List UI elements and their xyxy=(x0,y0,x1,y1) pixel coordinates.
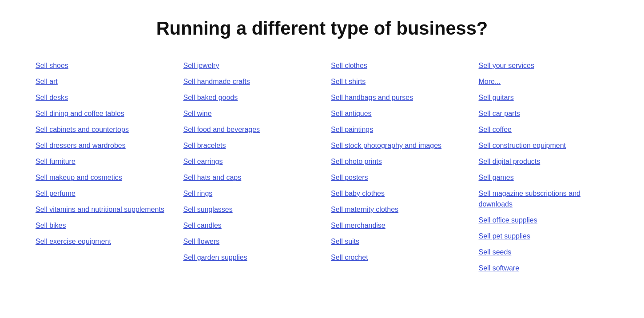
link-col1-11[interactable]: Sell exercise equipment xyxy=(36,236,166,247)
link-col1-4[interactable]: Sell cabinets and countertops xyxy=(36,124,166,135)
link-col3-7[interactable]: Sell posters xyxy=(331,172,461,183)
link-col1-6[interactable]: Sell furniture xyxy=(36,156,166,167)
link-col1-0[interactable]: Sell shoes xyxy=(36,60,166,71)
link-col2-0[interactable]: Sell jewelry xyxy=(183,60,314,71)
link-col1-3[interactable]: Sell dining and coffee tables xyxy=(36,108,166,119)
link-col4-5[interactable]: Sell construction equipment xyxy=(479,140,609,151)
link-col3-12[interactable]: Sell crochet xyxy=(331,252,461,263)
link-col3-11[interactable]: Sell suits xyxy=(331,236,461,247)
link-col4-2[interactable]: Sell guitars xyxy=(479,92,609,103)
link-col4-10[interactable]: Sell pet supplies xyxy=(479,231,609,242)
link-col3-6[interactable]: Sell photo prints xyxy=(331,156,461,167)
link-col1-10[interactable]: Sell bikes xyxy=(36,220,166,231)
link-col4-12[interactable]: Sell software xyxy=(479,263,609,274)
column-2: Sell jewelrySell handmade craftsSell bak… xyxy=(183,60,314,279)
link-col3-9[interactable]: Sell maternity clothes xyxy=(331,204,461,215)
link-col4-7[interactable]: Sell games xyxy=(479,172,609,183)
link-col2-9[interactable]: Sell sunglasses xyxy=(183,204,314,215)
link-col2-12[interactable]: Sell garden supplies xyxy=(183,252,314,263)
link-col3-8[interactable]: Sell baby clothes xyxy=(331,188,461,199)
link-col2-1[interactable]: Sell handmade crafts xyxy=(183,76,314,87)
link-col4-6[interactable]: Sell digital products xyxy=(479,156,609,167)
link-col1-2[interactable]: Sell desks xyxy=(36,92,166,103)
column-4: Sell your servicesMore...Sell guitarsSel… xyxy=(479,60,609,279)
link-col4-9[interactable]: Sell office supplies xyxy=(479,215,609,226)
link-col4-8[interactable]: Sell magazine subscriptions and download… xyxy=(479,188,609,210)
link-col2-3[interactable]: Sell wine xyxy=(183,108,314,119)
link-col1-5[interactable]: Sell dressers and wardrobes xyxy=(36,140,166,151)
link-col2-7[interactable]: Sell hats and caps xyxy=(183,172,314,183)
link-col1-1[interactable]: Sell art xyxy=(36,76,166,87)
link-col2-5[interactable]: Sell bracelets xyxy=(183,140,314,151)
link-col1-8[interactable]: Sell perfume xyxy=(36,188,166,199)
link-col3-5[interactable]: Sell stock photography and images xyxy=(331,140,461,151)
column-3: Sell clothesSell t shirtsSell handbags a… xyxy=(331,60,461,279)
link-col2-11[interactable]: Sell flowers xyxy=(183,236,314,247)
link-col4-3[interactable]: Sell car parts xyxy=(479,108,609,119)
column-1: Sell shoesSell artSell desksSell dining … xyxy=(36,60,166,279)
link-col4-11[interactable]: Sell seeds xyxy=(479,247,609,258)
link-col2-10[interactable]: Sell candles xyxy=(183,220,314,231)
link-col4-4[interactable]: Sell coffee xyxy=(479,124,609,135)
link-col3-10[interactable]: Sell merchandise xyxy=(331,220,461,231)
link-col4-0[interactable]: Sell your services xyxy=(479,60,609,71)
links-grid: Sell shoesSell artSell desksSell dining … xyxy=(36,60,608,279)
link-col1-9[interactable]: Sell vitamins and nutritional supplement… xyxy=(36,204,166,215)
link-col3-1[interactable]: Sell t shirts xyxy=(331,76,461,87)
link-col3-0[interactable]: Sell clothes xyxy=(331,60,461,71)
link-col3-3[interactable]: Sell antiques xyxy=(331,108,461,119)
page-heading: Running a different type of business? xyxy=(36,18,608,39)
link-col2-8[interactable]: Sell rings xyxy=(183,188,314,199)
link-col4-1[interactable]: More... xyxy=(479,76,609,87)
link-col2-6[interactable]: Sell earrings xyxy=(183,156,314,167)
link-col2-4[interactable]: Sell food and beverages xyxy=(183,124,314,135)
link-col2-2[interactable]: Sell baked goods xyxy=(183,92,314,103)
link-col3-4[interactable]: Sell paintings xyxy=(331,124,461,135)
link-col3-2[interactable]: Sell handbags and purses xyxy=(331,92,461,103)
link-col1-7[interactable]: Sell makeup and cosmetics xyxy=(36,172,166,183)
